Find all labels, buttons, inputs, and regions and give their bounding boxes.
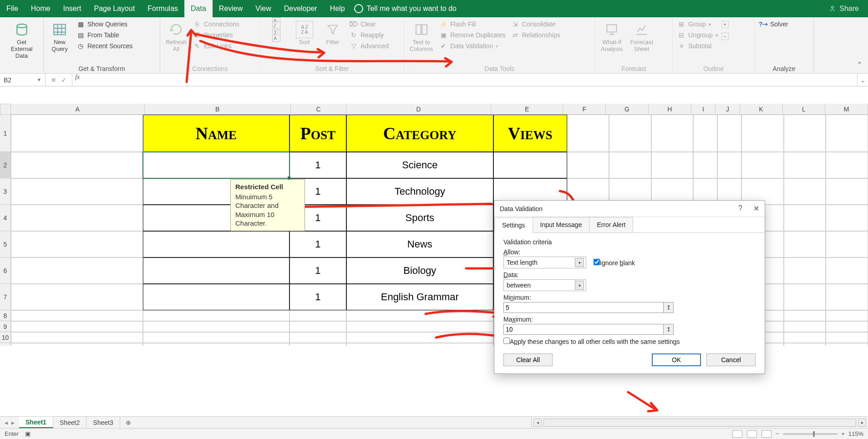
reapply-button[interactable]: ↻Reapply [348, 30, 391, 40]
col-header-A[interactable]: A [11, 104, 145, 115]
allow-select[interactable]: Text length▾ [503, 257, 586, 268]
next-sheet-icon[interactable]: ▸ [11, 419, 15, 426]
row-header-3[interactable]: 3 [0, 178, 11, 205]
sort-az-button[interactable]: A↓ZZ↓A [263, 19, 289, 40]
select-all-button[interactable] [0, 104, 11, 115]
from-table-button[interactable]: ▤From Table [75, 30, 135, 40]
col-header-D[interactable]: D [346, 104, 491, 115]
cancel-button[interactable]: Cancel [706, 353, 756, 366]
get-external-data-button[interactable]: Get ExternalData [3, 19, 41, 61]
expand-icon[interactable]: + [721, 21, 729, 28]
apply-all-checkbox[interactable]: Apply these changes to all other cells w… [503, 338, 756, 345]
col-header-H[interactable]: H [649, 104, 691, 115]
tab-developer[interactable]: Developer [278, 0, 324, 17]
forecast-sheet-button[interactable]: ForecastSheet [627, 19, 656, 55]
row-header-5[interactable]: 5 [0, 231, 11, 257]
row-header-11[interactable]: 11 [0, 343, 11, 346]
dialog-tab-settings[interactable]: Settings [494, 217, 533, 233]
zoom-slider[interactable] [783, 433, 838, 435]
col-header-B[interactable]: B [145, 104, 291, 115]
sheet-tab-1[interactable]: Sheet1 [19, 417, 53, 428]
tab-insert[interactable]: Insert [56, 0, 87, 17]
group-button[interactable]: ⊞Group ▾ [675, 19, 720, 29]
add-sheet-button[interactable]: ⊕ [120, 417, 137, 428]
relationships-button[interactable]: ⇄Relationships [509, 30, 562, 40]
tab-formulas[interactable]: Formulas [141, 0, 184, 17]
flash-fill-button[interactable]: ⚡Flash Fill [437, 19, 507, 29]
sort-button[interactable]: A ZZ ASort [291, 19, 318, 48]
ignore-blank-checkbox[interactable]: Ignore blank [594, 259, 635, 267]
cell-E2[interactable] [493, 152, 567, 178]
subtotal-button[interactable]: ≡Subtotal [675, 41, 720, 51]
cell-B5[interactable] [143, 231, 289, 257]
cell-C5[interactable]: 1 [289, 231, 346, 257]
col-header-L[interactable]: L [783, 104, 826, 115]
formula-input[interactable] [82, 74, 857, 86]
col-header-E[interactable]: E [491, 104, 563, 115]
dialog-tab-input-message[interactable]: Input Message [533, 217, 590, 232]
col-header-I[interactable]: I [691, 104, 716, 115]
col-header-K[interactable]: K [740, 104, 783, 115]
col-header-M[interactable]: M [825, 104, 868, 115]
data-validation-button[interactable]: ✔Data Validation ▾ [437, 41, 507, 51]
cell-D2[interactable]: Science [346, 152, 493, 178]
minimum-input[interactable] [503, 302, 664, 313]
row-header-7[interactable]: 7 [0, 284, 11, 310]
tab-view[interactable]: View [249, 0, 277, 17]
cell-D7[interactable]: English Grammar [346, 284, 493, 310]
sheet-tab-3[interactable]: Sheet3 [86, 417, 120, 428]
zoom-in-icon[interactable]: + [841, 430, 845, 437]
col-header-G[interactable]: G [606, 104, 649, 115]
tab-review[interactable]: Review [213, 0, 249, 17]
tab-file[interactable]: File [0, 0, 25, 17]
edit-links-button[interactable]: ✎Edit Links [191, 41, 241, 51]
range-picker-icon[interactable]: ↥ [664, 302, 674, 313]
tab-pagelayout[interactable]: Page Layout [87, 0, 141, 17]
text-to-columns-button[interactable]: Text toColumns [407, 19, 436, 55]
remove-duplicates-button[interactable]: ▣Remove Duplicates [437, 30, 507, 40]
cell-D5[interactable]: News [346, 231, 493, 257]
col-header-F[interactable]: F [563, 104, 606, 115]
col-header-J[interactable]: J [716, 104, 740, 115]
tab-data[interactable]: Data [184, 0, 213, 17]
cell-D4[interactable]: Sports [346, 205, 493, 231]
cell-B2[interactable] [143, 152, 289, 178]
solver-button[interactable]: ?⇢Solver [757, 19, 790, 29]
advanced-filter-button[interactable]: ▽Advanced [348, 41, 391, 51]
cell-B6[interactable] [143, 257, 289, 284]
collapse-icon[interactable]: − [721, 33, 729, 40]
consolidate-button[interactable]: ⇲Consolidate [509, 19, 562, 29]
filter-button[interactable]: Filter [320, 19, 346, 48]
range-picker-icon[interactable]: ↥ [664, 324, 674, 335]
maximum-input[interactable] [503, 324, 664, 335]
data-select[interactable]: between▾ [503, 279, 586, 291]
clear-filter-button[interactable]: ⌦Clear [348, 19, 391, 29]
fx-icon[interactable]: fx [72, 74, 82, 86]
row-header-2[interactable]: 2 [0, 152, 11, 178]
prev-sheet-icon[interactable]: ◂ [5, 419, 8, 426]
connections-button[interactable]: ⎘Connections [191, 19, 241, 29]
dialog-tab-error-alert[interactable]: Error Alert [589, 217, 633, 232]
normal-view-icon[interactable] [732, 430, 742, 438]
scrollbar-track[interactable] [543, 419, 856, 427]
scroll-left-icon[interactable]: ◂ [533, 419, 542, 427]
macro-record-icon[interactable]: ▣ [25, 430, 30, 437]
cancel-edit-icon[interactable]: ✕ [51, 76, 56, 84]
name-box[interactable]: B2▼ [0, 74, 46, 86]
ungroup-button[interactable]: ⊟Ungroup ▾ [675, 30, 720, 40]
col-header-C[interactable]: C [291, 104, 346, 115]
row-header-10[interactable]: 10 [0, 332, 11, 343]
confirm-edit-icon[interactable]: ✓ [61, 76, 66, 84]
sheet-tab-2[interactable]: Sheet2 [53, 417, 86, 428]
row-header-9[interactable]: 9 [0, 321, 11, 332]
page-layout-view-icon[interactable] [747, 430, 757, 438]
tab-home[interactable]: Home [25, 0, 57, 17]
whatif-button[interactable]: What-IfAnalysis [598, 19, 625, 55]
cell-C7[interactable]: 1 [289, 284, 346, 310]
cell-D3[interactable]: Technology [346, 178, 493, 205]
share-button[interactable]: Share [819, 0, 868, 17]
clear-all-button[interactable]: Clear All [503, 353, 553, 366]
help-icon[interactable]: ? [738, 204, 742, 213]
row-header-8[interactable]: 8 [0, 310, 11, 321]
row-header-6[interactable]: 6 [0, 257, 11, 284]
